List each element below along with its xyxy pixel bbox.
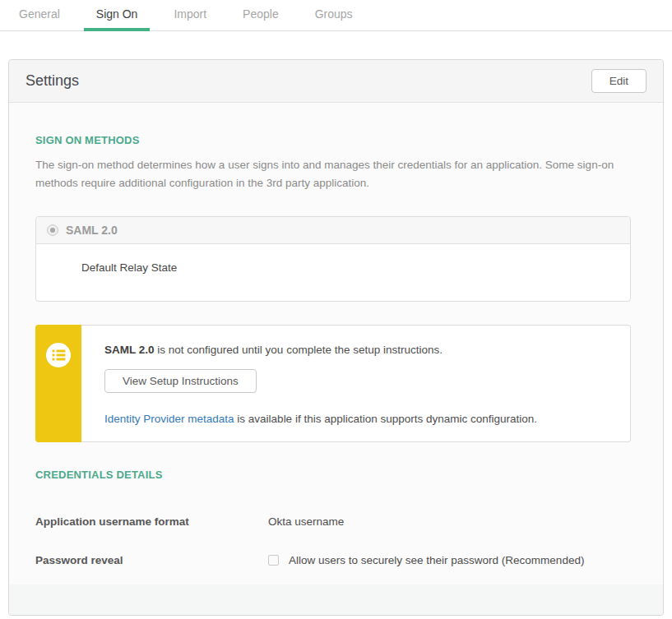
tab-import[interactable]: Import [161,0,219,30]
tab-groups[interactable]: Groups [303,0,365,30]
settings-panel-body: SIGN ON METHODS The sign-on method deter… [9,103,663,576]
identity-provider-metadata-link[interactable]: Identity Provider metadata [104,413,234,425]
tab-sign-on[interactable]: Sign On [84,0,151,30]
settings-panel-header: Settings Edit [9,60,663,103]
credential-row-password-reveal: Password reveal Allow users to securely … [35,554,631,566]
default-relay-state-label: Default Relay State [81,261,177,274]
credentials-details-heading: CREDENTIALS DETAILS [35,469,631,481]
saml-radio-icon[interactable] [47,224,58,236]
password-reveal-checkbox[interactable] [268,555,279,566]
credential-row-username-format: Application username format Okta usernam… [35,515,631,528]
panel-title: Settings [25,72,79,90]
callout-message-bold: SAML 2.0 [104,344,155,356]
tab-general[interactable]: General [7,0,72,30]
sign-on-methods-description: The sign-on method determines how a user… [35,156,631,193]
settings-panel-footer [9,584,663,615]
callout-message: SAML 2.0 is not configured until you com… [104,344,614,356]
sign-on-methods-heading: SIGN ON METHODS [35,134,631,146]
app-tabbar: General Sign On Import People Groups [0,0,672,31]
password-reveal-label: Password reveal [35,554,268,566]
saml-method-name: SAML 2.0 [66,224,118,237]
callout-link-row: Identity Provider metadata is available … [104,413,614,425]
tab-people[interactable]: People [230,0,291,30]
callout-content: SAML 2.0 is not configured until you com… [81,325,631,442]
settings-panel: Settings Edit SIGN ON METHODS The sign-o… [8,59,664,616]
view-setup-instructions-button[interactable]: View Setup Instructions [104,369,257,393]
setup-list-icon [46,343,71,442]
password-reveal-checkbox-label: Allow users to securely see their passwo… [289,554,584,566]
password-reveal-control: Allow users to securely see their passwo… [268,554,584,566]
saml-setup-callout: SAML 2.0 is not configured until you com… [35,325,631,442]
saml-method-header: SAML 2.0 [36,217,630,244]
username-format-label: Application username format [35,515,268,528]
saml-method-body: Default Relay State [36,244,630,301]
edit-button[interactable]: Edit [591,69,647,93]
saml-method-box: SAML 2.0 Default Relay State [35,216,631,302]
username-format-value: Okta username [268,515,344,528]
callout-link-suffix: is available if this application support… [234,413,537,425]
callout-stripe [35,325,81,442]
callout-message-text: is not configured until you complete the… [155,344,443,356]
